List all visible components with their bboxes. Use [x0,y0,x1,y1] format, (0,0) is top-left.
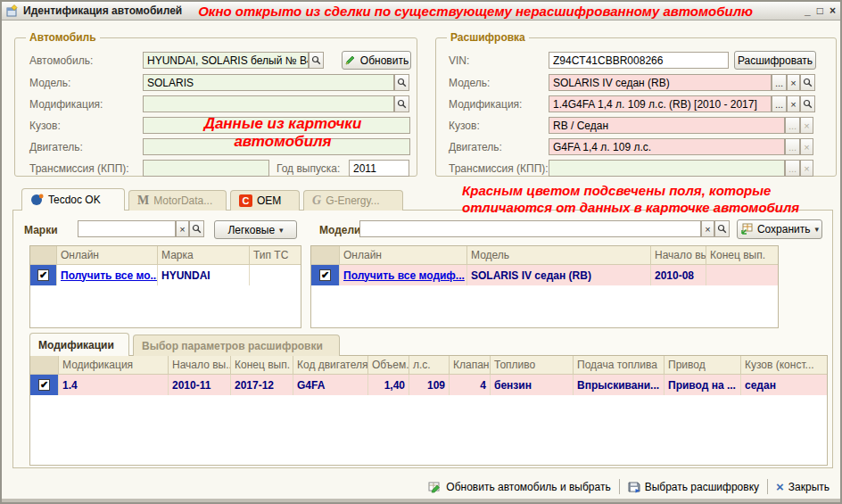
car-field[interactable]: HYUNDAI, SOLARIS белый № В444М [143,52,309,69]
row-checkbox-cell[interactable]: ✔ [30,375,59,395]
save-button-label: Сохранить [757,223,811,235]
decode-body-field[interactable]: RB / Седан [549,117,785,134]
modification-lookup-button[interactable] [394,95,409,112]
decode-engine-label: Двигатель: [449,141,502,153]
header-vehicle-type: Тип ТС [250,246,301,264]
get-all-models-link[interactable]: Получить все мо... [61,269,158,282]
minimize-button[interactable]: _ [805,4,811,17]
model-cell[interactable]: SOLARIS IV седан (RB) [467,265,651,285]
end-cell[interactable] [706,265,779,285]
fuel-supply-cell[interactable]: Впрыскивани... [574,375,665,395]
table-row[interactable]: ✔ Получить все модиф... SOLARIS IV седан… [311,265,778,285]
decode-modification-choose-button[interactable]: ... [772,95,787,112]
checkbox[interactable]: ✔ [37,269,49,281]
select-decode-label: Выбрать расшифровку [645,481,759,493]
tab-tecdoc[interactable]: Tecdoc OK [21,188,125,211]
drive-cell[interactable]: Привод на ... [665,375,741,395]
get-all-modifications-link[interactable]: Получить все модиф... [343,269,465,282]
table-row[interactable]: ✔ Получить все мо... HYUNDAI [30,265,301,285]
title-annotation: Окно открыто из сделки по существующему … [198,4,753,19]
header-fuel: Топливо [491,356,574,374]
body-cell[interactable]: седан [741,375,828,395]
car-lookup-button[interactable] [309,52,324,69]
header-engine-code: Код двигателя [293,356,368,374]
corner-header-cell [30,246,57,264]
header-start: Начало вы... [169,356,231,374]
decode-modification-clear-button[interactable]: × [787,95,800,112]
decode-engine-choose-button[interactable]: ... [785,138,800,155]
model-lookup-button[interactable] [394,74,409,91]
model-field[interactable]: SOLARIS [143,74,394,91]
checkbox[interactable]: ✔ [38,379,50,391]
online-cell[interactable]: Получить все мо... [57,265,158,285]
vehicle-type-dropdown[interactable]: Легковые ▾ [214,220,297,239]
search-icon [717,224,727,234]
brands-clear-button[interactable]: × [176,220,189,237]
decode-model-lookup-button[interactable] [800,74,815,91]
type-cell[interactable] [250,265,301,285]
modifications-table[interactable]: Модификация Начало вы... Конец вып. Код … [29,355,828,466]
models-table[interactable]: Онлайн Модель Начало вы... Конец вып. ✔ … [310,245,779,328]
end-cell[interactable]: 2017-12 [231,375,293,395]
car-field-label: Автомобиль: [29,54,93,67]
vin-field[interactable]: Z94CT41CBBR008266 [549,52,729,69]
table-pencil-icon [428,481,442,493]
update-vehicle-button[interactable]: Обновить [342,51,411,70]
decode-engine-clear-button[interactable]: × [800,138,813,155]
row-checkbox-cell[interactable]: ✔ [311,265,340,285]
start-cell[interactable]: 2010-11 [169,375,231,395]
decode-modification-lookup-button[interactable] [800,95,815,112]
valves-cell[interactable]: 4 [450,375,491,395]
decode-body-label: Кузов: [449,120,480,132]
models-filter-input[interactable] [359,220,701,237]
decode-model-field[interactable]: SOLARIS IV седан (RB) [549,74,772,91]
modification-field[interactable] [143,95,394,112]
models-clear-button[interactable]: × [701,220,714,237]
online-cell[interactable]: Получить все модиф... [340,265,467,285]
decode-button[interactable]: Расшифровать [734,51,816,70]
engine-code-cell[interactable]: G4FA [293,375,368,395]
close-x-icon: × [776,481,784,493]
update-vehicle-and-select-button[interactable]: Обновить автомобиль и выбрать [428,481,610,493]
year-field[interactable]: 2011 [349,160,409,177]
decode-transmission-clear-button[interactable]: × [800,160,813,177]
maximize-button[interactable]: □ [817,4,823,17]
decode-model-clear-button[interactable]: × [787,74,800,91]
models-search-button[interactable] [714,220,730,237]
volume-cell[interactable]: 1,40 [368,375,409,395]
decode-transmission-field[interactable] [549,160,785,177]
header-model: Модель [467,246,651,264]
brands-table[interactable]: Онлайн Марка Тип ТС ✔ Получить все мо...… [29,245,301,328]
tab-label: Модификации [38,339,114,351]
start-cell[interactable]: 2010-08 [651,265,706,285]
hp-cell[interactable]: 109 [409,375,450,395]
modification-cell[interactable]: 1.4 [59,375,169,395]
close-window-button[interactable]: × Закрыть [776,481,830,493]
decode-engine-field[interactable]: G4FA 1,4 л. 109 л.с. [549,138,785,155]
decode-model-choose-button[interactable]: ... [772,74,787,91]
floppy-disk-icon [628,481,640,493]
transmission-field[interactable] [143,160,269,177]
decode-transmission-choose-button[interactable]: ... [785,160,800,177]
table-row[interactable]: ✔ 1.4 2010-11 2017-12 G4FA 1,40 109 4 бе… [30,375,827,395]
decode-modification-field[interactable]: 1.4G4FA 1,4 л. 109 л.с. (RB) [2010 - 201… [549,95,772,112]
decode-body-choose-button[interactable]: ... [785,117,800,134]
close-button[interactable]: × [830,4,836,17]
brands-label: Марки [24,224,58,236]
brands-filter-input[interactable] [78,220,176,237]
tab-genergy[interactable]: G G-Energy... [303,190,403,211]
tab-modifications[interactable]: Модификации [29,333,129,356]
select-decode-button[interactable]: Выбрать расшифровку [628,481,759,493]
save-dropdown-button[interactable]: Сохранить ▾ [737,219,822,239]
brand-cell[interactable]: HYUNDAI [158,265,250,285]
tab-decode-parameters[interactable]: Выбор параметров расшифровки [133,335,340,356]
titlebar[interactable]: Идентификация автомобилей Окно открыто и… [2,2,840,21]
fuel-cell[interactable]: бензин [491,375,574,395]
brands-search-button[interactable] [189,220,204,237]
row-checkbox-cell[interactable]: ✔ [30,265,57,285]
checkbox[interactable]: ✔ [319,269,331,281]
tab-label: MotorData... [153,194,212,207]
tab-motordata[interactable]: M MotorData... [128,190,227,211]
tab-oem[interactable]: C OEM [230,190,300,211]
decode-body-clear-button[interactable]: × [800,117,813,134]
